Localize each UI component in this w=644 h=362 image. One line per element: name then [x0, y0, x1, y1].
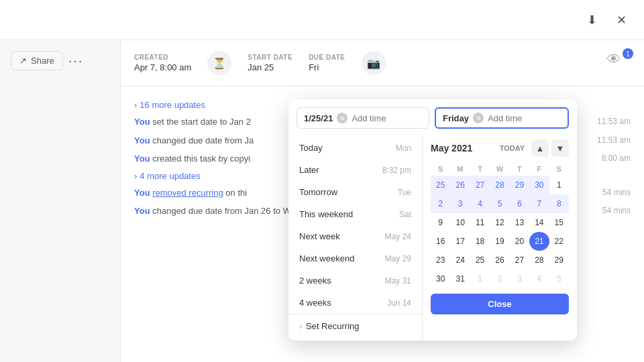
day-header-sun: S	[431, 162, 450, 176]
calendar-day[interactable]: 31	[450, 269, 470, 288]
prev-month-button[interactable]: ▲	[531, 139, 549, 157]
next-month-button[interactable]: ▼	[551, 139, 569, 157]
due-date-input-box[interactable]: Friday ✕	[435, 107, 569, 129]
chevron-down-icon: ›	[299, 322, 302, 331]
picker-body: Today Mon Later 8:32 pm Tomorrow Tue Thi…	[288, 134, 577, 341]
start-date-input-box[interactable]: 1/25/21 ✕	[297, 107, 429, 129]
calendar-day[interactable]: 8	[549, 194, 569, 213]
today-button[interactable]: TODAY	[496, 142, 529, 154]
calendar-nav: TODAY ▲ ▼	[496, 139, 569, 157]
calendar-day[interactable]: 11	[470, 213, 490, 232]
day-header-sat: S	[549, 162, 569, 176]
due-time-input[interactable]	[488, 113, 541, 123]
start-date-label: START DATE	[248, 54, 292, 61]
calendar-day[interactable]: 3	[450, 194, 470, 213]
calendar-day[interactable]: 21	[529, 232, 549, 251]
calendar-day[interactable]: 2	[431, 194, 450, 213]
calendar-day[interactable]: 29	[510, 176, 529, 194]
calendar-day[interactable]: 29	[549, 251, 569, 269]
due-date-clear[interactable]: ✕	[473, 113, 484, 123]
calendar-day[interactable]: 15	[549, 213, 569, 232]
calendar-day[interactable]: 28	[490, 176, 509, 194]
start-date-value: Jan 25	[248, 62, 292, 72]
calendar-day[interactable]: 26	[450, 176, 470, 194]
share-icon: ↗	[19, 56, 27, 66]
calendar-day[interactable]: 25	[431, 176, 450, 194]
quick-next-week[interactable]: Next week May 24	[288, 225, 422, 247]
calendar-day[interactable]: 10	[450, 213, 470, 232]
calendar-day[interactable]: 19	[490, 232, 509, 251]
calendar-day[interactable]: 27	[510, 251, 529, 269]
quick-this-weekend[interactable]: This weekend Sat	[288, 203, 422, 225]
calendar-day[interactable]: 9	[431, 213, 450, 232]
quick-later[interactable]: Later 8:32 pm	[288, 159, 422, 181]
start-date-clear[interactable]: ✕	[337, 113, 347, 123]
quick-today[interactable]: Today Mon	[288, 137, 422, 159]
set-recurring[interactable]: › Set Recurring	[288, 314, 422, 338]
calendar-day[interactable]: 17	[450, 232, 470, 251]
calendar-day[interactable]: 13	[510, 213, 529, 232]
calendar-day[interactable]: 30	[431, 269, 450, 288]
due-date-label: DUE DATE	[309, 54, 345, 61]
calendar-day[interactable]: 20	[510, 232, 529, 251]
close-button[interactable]: Close	[431, 294, 569, 314]
activity-more-top-label: 16 more updates	[140, 100, 205, 110]
sidebar: ↗ Share ···	[0, 40, 121, 362]
calendar-day[interactable]: 6	[510, 194, 529, 213]
calendar-day[interactable]: 5	[490, 194, 509, 213]
start-time-input[interactable]	[352, 113, 405, 123]
watchers-badge: 1	[623, 48, 633, 59]
calendar-day[interactable]: 24	[450, 251, 470, 269]
calendar-day[interactable]: 2	[490, 269, 509, 288]
datepicker-panel: 1/25/21 ✕ Friday ✕ Today Mon Later 8:32 …	[288, 99, 577, 341]
calendar-day[interactable]: 3	[510, 269, 529, 288]
calendar-day[interactable]: 5	[549, 269, 569, 288]
download-button[interactable]: ⬇	[580, 8, 604, 32]
calendar-day[interactable]: 22	[549, 232, 569, 251]
more-button[interactable]: ···	[68, 53, 84, 68]
calendar-day[interactable]: 1	[470, 269, 490, 288]
created-meta: CREATED Apr 7, 8:00 am	[134, 54, 191, 72]
set-recurring-label: Set Recurring	[306, 321, 359, 331]
start-date-chip: 1/25/21	[304, 113, 333, 123]
share-button[interactable]: ↗ Share	[11, 51, 63, 70]
day-header-mon: M	[450, 162, 470, 176]
calendar-day[interactable]: 23	[431, 251, 450, 269]
calendar-section: May 2021 TODAY ▲ ▼ S M T W T F S	[423, 134, 577, 341]
calendar-day[interactable]: 14	[529, 213, 549, 232]
day-header-wed: W	[490, 162, 509, 176]
created-value: Apr 7, 8:00 am	[134, 62, 191, 72]
calendar-day[interactable]: 26	[490, 251, 509, 269]
calendar-day[interactable]: 7	[529, 194, 549, 213]
quick-tomorrow[interactable]: Tomorrow Tue	[288, 181, 422, 203]
due-date-value: Fri	[309, 62, 345, 72]
calendar-day[interactable]: 18	[470, 232, 490, 251]
date-inputs-row: 1/25/21 ✕ Friday ✕	[288, 99, 577, 134]
day-header-thu: T	[510, 162, 529, 176]
quick-2weeks[interactable]: 2 weeks May 31	[288, 269, 422, 292]
due-date-chip: Friday	[443, 113, 469, 123]
calendar-day[interactable]: 16	[431, 232, 450, 251]
quick-next-weekend[interactable]: Next weekend May 29	[288, 247, 422, 269]
calendar-day[interactable]: 27	[470, 176, 490, 194]
start-date-meta: START DATE Jan 25	[248, 54, 292, 72]
close-button[interactable]: ✕	[609, 8, 633, 32]
quick-options-list: Today Mon Later 8:32 pm Tomorrow Tue Thi…	[288, 134, 423, 341]
calendar-day[interactable]: 28	[529, 251, 549, 269]
top-bar: ⬇ ✕	[0, 0, 644, 40]
quick-4weeks[interactable]: 4 weeks Jun 14	[288, 292, 422, 314]
activity-more-mid-label: 4 more updates	[140, 171, 200, 181]
calendar-month: May 2021	[431, 143, 472, 154]
calendar-day[interactable]: 1	[549, 176, 569, 194]
calendar-day[interactable]: 12	[490, 213, 509, 232]
calendar-day[interactable]: 4	[470, 194, 490, 213]
calendar-day[interactable]: 25	[470, 251, 490, 269]
calendar-day[interactable]: 30	[529, 176, 549, 194]
task-header: CREATED Apr 7, 8:00 am ⏳ START DATE Jan …	[121, 40, 644, 86]
created-label: CREATED	[134, 54, 191, 61]
watchers-icon[interactable]: 👁 1	[606, 51, 631, 75]
day-header-tue: T	[470, 162, 490, 176]
due-date-meta: DUE DATE Fri	[309, 54, 345, 72]
day-header-fri: F	[529, 162, 549, 176]
calendar-day[interactable]: 4	[529, 269, 549, 288]
